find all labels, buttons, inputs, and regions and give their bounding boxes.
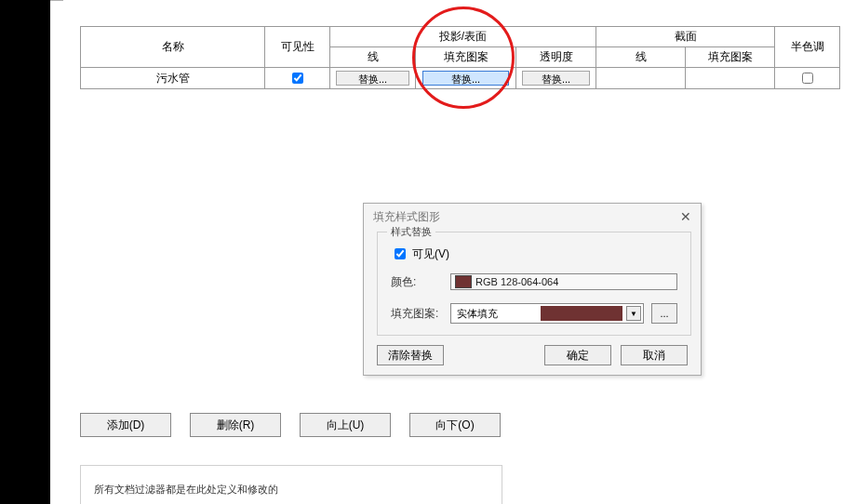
color-field[interactable]: RGB 128-064-064	[450, 273, 677, 290]
header-proj-trans[interactable]: 透明度	[516, 47, 596, 68]
proj-trans-override-button[interactable]: 替换...	[522, 71, 589, 86]
row-name[interactable]: 污水管	[81, 68, 265, 89]
header-proj-line[interactable]: 线	[330, 47, 416, 68]
header-visibility[interactable]: 可见性	[265, 27, 330, 68]
pattern-browse-button[interactable]: ...	[651, 303, 677, 324]
header-halftone[interactable]: 半色调	[775, 27, 840, 68]
color-row: 颜色: RGB 128-064-064	[391, 273, 677, 290]
row-halftone-cell[interactable]	[775, 68, 840, 89]
close-icon[interactable]: ✕	[680, 204, 691, 230]
row-sect-line-cell[interactable]	[596, 68, 686, 89]
table-row[interactable]: 污水管 替换... 替换... 替换...	[81, 68, 840, 89]
proj-fill-override-button[interactable]: 替换...	[422, 71, 509, 86]
header-sect-fill[interactable]: 填充图案	[686, 47, 775, 68]
row-proj-line-cell[interactable]: 替换...	[330, 68, 416, 89]
row-proj-fill-cell[interactable]: 替换...	[416, 68, 516, 89]
header-projection[interactable]: 投影/表面	[330, 27, 596, 47]
row-sect-fill-cell[interactable]	[686, 68, 775, 89]
chevron-down-icon[interactable]: ▼	[626, 306, 641, 321]
visible-checkbox[interactable]	[395, 248, 406, 259]
fill-style-dialog: 填充样式图形 ✕ 样式替换 可见(V) 颜色: RGB 128-064-064 …	[363, 203, 702, 376]
pattern-value: 实体填充	[451, 307, 498, 321]
color-value: RGB 128-064-064	[475, 276, 558, 287]
visible-label: 可见(V)	[412, 246, 449, 262]
color-swatch	[455, 275, 472, 288]
move-up-button[interactable]: 向上(U)	[300, 413, 391, 437]
dialog-buttons: 清除替换 确定 取消	[377, 345, 688, 365]
pattern-label: 填充图案:	[391, 306, 450, 322]
pattern-swatch	[541, 306, 622, 321]
main-button-row: 添加(D) 删除(R) 向上(U) 向下(O)	[80, 413, 501, 437]
header-name[interactable]: 名称	[81, 27, 265, 68]
row-halftone-checkbox[interactable]	[802, 73, 813, 84]
style-override-group: 样式替换 可见(V) 颜色: RGB 128-064-064 填充图案: 实体填…	[377, 232, 691, 336]
main-content: 名称 可见性 投影/表面 截面 半色调 线 填充图案 透明度 线 填充图案 污水…	[63, 0, 843, 504]
pattern-select[interactable]: 实体填充 ▼	[450, 303, 644, 324]
row-visibility-cell[interactable]	[265, 68, 330, 89]
clear-override-button[interactable]: 清除替换	[377, 345, 444, 365]
cancel-button[interactable]: 取消	[621, 345, 688, 365]
move-down-button[interactable]: 向下(O)	[409, 413, 501, 437]
header-proj-fill[interactable]: 填充图案	[416, 47, 516, 68]
ok-button[interactable]: 确定	[544, 345, 611, 365]
left-dark-panel	[0, 0, 50, 504]
header-sect-line[interactable]: 线	[596, 47, 686, 68]
proj-line-override-button[interactable]: 替换...	[336, 71, 408, 86]
add-button[interactable]: 添加(D)	[80, 413, 171, 437]
bottom-group: 所有文档过滤器都是在此处定义和修改的	[80, 465, 502, 504]
visible-row: 可见(V)	[391, 245, 677, 262]
delete-button[interactable]: 删除(R)	[190, 413, 281, 437]
pattern-row: 填充图案: 实体填充 ▼ ...	[391, 303, 677, 324]
row-visibility-checkbox[interactable]	[292, 73, 303, 84]
group-label: 样式替换	[387, 225, 435, 239]
bottom-note: 所有文档过滤器都是在此处定义和修改的	[94, 483, 278, 497]
overrides-table: 名称 可见性 投影/表面 截面 半色调 线 填充图案 透明度 线 填充图案 污水…	[80, 26, 840, 89]
row-proj-trans-cell[interactable]: 替换...	[516, 68, 596, 89]
header-section[interactable]: 截面	[596, 27, 775, 47]
color-label: 颜色:	[391, 274, 450, 290]
